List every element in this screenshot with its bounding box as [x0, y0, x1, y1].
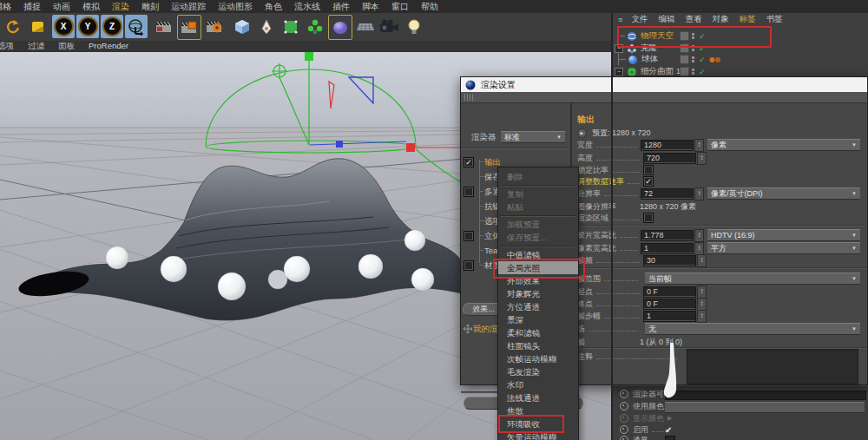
- texture-tag-icon[interactable]: [709, 56, 721, 63]
- om-menu-tags[interactable]: 标签: [734, 14, 761, 25]
- menu-item-normal-pass[interactable]: 法线通道: [498, 391, 578, 404]
- xray-checkbox[interactable]: [665, 436, 675, 440]
- mograph-cloner-icon[interactable]: [304, 15, 326, 38]
- deformer-icon[interactable]: [328, 15, 352, 40]
- floor-environment-icon[interactable]: [354, 15, 377, 38]
- material-override-checkbox[interactable]: [464, 260, 474, 271]
- om-menu-edit[interactable]: 编辑: [654, 14, 681, 25]
- menu-animate[interactable]: 动画: [47, 1, 76, 13]
- menu-item-cylindrical-lens[interactable]: 柱面镜头: [498, 339, 578, 352]
- resolution-input[interactable]: 72: [641, 188, 694, 200]
- cube-primitive-icon[interactable]: [231, 15, 253, 38]
- end-frame-input[interactable]: 0 F: [643, 299, 696, 310]
- menu-item-depth-of-field[interactable]: 景深: [498, 313, 578, 326]
- attr-row-display-color[interactable]: 显示颜色 ▶: [613, 413, 868, 424]
- render-view-button[interactable]: [153, 15, 175, 38]
- param-dot-icon[interactable]: [620, 390, 628, 398]
- collapse-icon[interactable]: −: [615, 68, 623, 76]
- preset-row[interactable]: ▶ 预置: 1280 x 720: [577, 128, 860, 138]
- height-input[interactable]: 720: [643, 153, 696, 164]
- viewport-menu-options[interactable]: 选项: [0, 41, 21, 52]
- menu-item-load-preset[interactable]: 加载预置: [498, 218, 578, 231]
- menu-item-paste[interactable]: 粘贴: [498, 200, 578, 213]
- visibility-dots-icon[interactable]: [692, 56, 694, 63]
- menu-snap[interactable]: 捕捉: [17, 1, 47, 13]
- visibility-dots-icon[interactable]: [692, 68, 694, 76]
- frame-step-input[interactable]: 1: [643, 311, 696, 322]
- object-row-sphere[interactable]: 球体 ✓: [613, 54, 868, 65]
- menu-mograph[interactable]: 运动图形: [212, 1, 259, 13]
- menu-sculpt[interactable]: 雕刻: [135, 1, 165, 13]
- save-checkbox[interactable]: ✓: [464, 157, 474, 167]
- attr-row-xray[interactable]: 透显: [613, 435, 868, 440]
- coordinates-icon[interactable]: [27, 15, 49, 38]
- start-frame-input[interactable]: 0 F: [643, 286, 696, 298]
- move-handle-icon[interactable]: [464, 325, 472, 333]
- menu-window[interactable]: 窗口: [385, 1, 415, 13]
- annotation-textarea[interactable]: [687, 349, 858, 384]
- menu-motion-tracker[interactable]: 运动跟踪: [165, 1, 212, 13]
- panel-splitter[interactable]: [611, 13, 613, 440]
- menu-item-soft-filter[interactable]: 柔和滤镜: [498, 326, 578, 339]
- preset-my-render-setting[interactable]: 我的渲染设置: [473, 324, 497, 335]
- fps-stepper[interactable]: ↕: [697, 254, 707, 267]
- lock-ratio-checkbox[interactable]: [643, 165, 654, 175]
- axis-handle-blue[interactable]: [336, 141, 343, 148]
- stereo-checkbox[interactable]: [464, 231, 474, 241]
- light-icon[interactable]: [403, 15, 425, 38]
- y-axis-lock-button[interactable]: Y: [76, 15, 99, 38]
- spline-pen-icon[interactable]: [255, 15, 278, 38]
- undo-icon[interactable]: [2, 15, 24, 38]
- coordinate-system-icon[interactable]: [125, 15, 148, 38]
- film-aspect-stepper[interactable]: ↕: [694, 229, 704, 242]
- film-aspect-dropdown[interactable]: HDTV (16:9)▼: [707, 229, 860, 241]
- menu-script[interactable]: 脚本: [356, 1, 385, 13]
- pixel-aspect-dropdown[interactable]: 平方▼: [707, 242, 860, 254]
- enabled-checkbox[interactable]: ✔: [665, 425, 672, 435]
- attr-row-use-color[interactable]: 使用颜色 ..: [613, 401, 868, 411]
- menu-item-subframe-motion-blur[interactable]: 次帧运动模糊: [498, 352, 578, 365]
- sky-handle-green[interactable]: [305, 52, 313, 61]
- pixel-aspect-stepper[interactable]: ↕: [694, 242, 704, 255]
- attr-row-renderer-visible[interactable]: 渲染器可见: [613, 389, 868, 399]
- param-dot-icon[interactable]: [620, 436, 628, 440]
- menu-help[interactable]: 帮助: [415, 1, 444, 13]
- render-to-picture-viewer-button[interactable]: [177, 15, 201, 40]
- om-menu-bookmark[interactable]: 书签: [761, 14, 788, 25]
- start-frame-stepper[interactable]: ↕: [697, 286, 707, 299]
- resolution-stepper[interactable]: ↕: [694, 187, 704, 200]
- layer-icon[interactable]: [680, 55, 689, 64]
- menu-pipeline[interactable]: 流水线: [288, 1, 326, 13]
- render-region-checkbox[interactable]: [643, 213, 654, 223]
- x-axis-lock-button[interactable]: X: [52, 15, 75, 38]
- om-menu-object[interactable]: 对象: [707, 14, 734, 25]
- menu-character[interactable]: 角色: [259, 1, 288, 13]
- subdivision-surface-icon[interactable]: [279, 15, 302, 38]
- layer-icon[interactable]: [680, 67, 689, 76]
- om-menu-view[interactable]: 查看: [681, 14, 707, 25]
- adapt-data-checkbox[interactable]: ✓: [643, 176, 654, 187]
- menu-item-hair-render[interactable]: 毛发渲染: [498, 365, 578, 378]
- menu-mesh[interactable]: 网格: [0, 1, 17, 13]
- dialog-titlebar[interactable]: 渲染设置: [461, 77, 867, 92]
- height-stepper[interactable]: ↕: [697, 152, 707, 165]
- pixel-aspect-input[interactable]: 1: [641, 243, 694, 254]
- menu-item-delete[interactable]: 删除: [498, 170, 578, 183]
- field-dropdown[interactable]: 无▼: [645, 323, 860, 335]
- object-label[interactable]: 球体: [641, 54, 658, 65]
- menu-item-watermark[interactable]: 水印: [498, 378, 578, 391]
- axis-handle-red[interactable]: [406, 143, 415, 152]
- menu-item-position-pass[interactable]: 方位通道: [498, 300, 578, 313]
- viewport-menu-prorender[interactable]: ProRender: [82, 41, 135, 52]
- renderer-dropdown[interactable]: 标准▼: [501, 131, 565, 143]
- end-frame-stepper[interactable]: ↕: [697, 298, 707, 311]
- film-aspect-input[interactable]: 1.778: [641, 230, 694, 241]
- frame-step-stepper[interactable]: ↕: [697, 310, 707, 323]
- param-dot-icon[interactable]: [620, 425, 628, 434]
- om-menu-file[interactable]: 文件: [627, 14, 654, 25]
- panel-menu-icon[interactable]: ≡: [613, 15, 627, 24]
- use-color-dropdown[interactable]: [665, 402, 865, 413]
- camera-icon[interactable]: [378, 15, 401, 38]
- z-axis-lock-button[interactable]: Z: [101, 15, 123, 38]
- enabled-check-icon[interactable]: ✓: [699, 68, 706, 76]
